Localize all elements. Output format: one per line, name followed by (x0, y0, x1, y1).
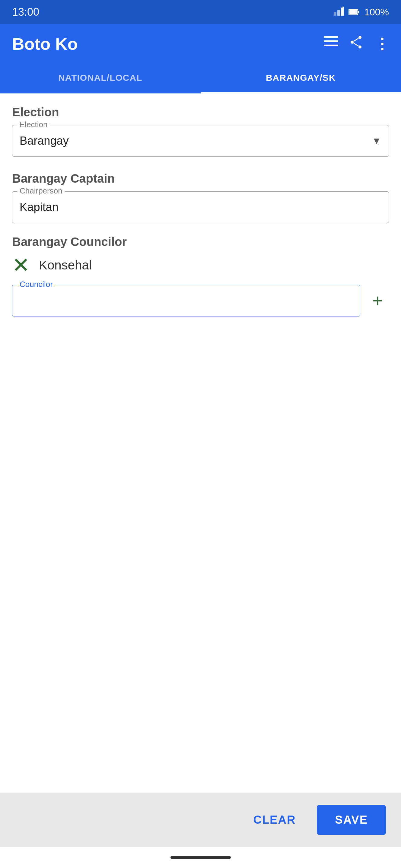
list-icon[interactable] (324, 36, 338, 51)
svg-point-10 (359, 36, 362, 39)
barangay-captain-title: Barangay Captain (12, 172, 389, 185)
status-bar: 13:00 100% (0, 0, 401, 24)
main-content: Election Election Barangay ▼ Barangay Ca… (0, 93, 401, 561)
councilor-item: ✕ Konsehal (12, 255, 389, 276)
election-dropdown[interactable]: Election Barangay ▼ (12, 125, 389, 157)
election-title: Election (12, 105, 389, 119)
battery-icon (348, 7, 360, 18)
svg-rect-5 (349, 10, 357, 14)
barangay-councilor-section: Barangay Councilor ✕ Konsehal Councilor … (12, 235, 389, 316)
svg-marker-2 (341, 7, 344, 16)
status-icons: 100% (333, 7, 389, 18)
dropdown-arrow-icon: ▼ (372, 135, 381, 147)
tabs: NATIONAL/LOCAL BARANGAY/SK (0, 63, 401, 93)
councilor-input-wrapper: Councilor (12, 285, 360, 316)
clear-button[interactable]: CLEAR (241, 806, 308, 834)
nav-indicator (170, 856, 231, 859)
tab-barangay-sk[interactable]: BARANGAY/SK (201, 63, 401, 93)
svg-marker-0 (334, 12, 337, 16)
election-value[interactable]: Barangay ▼ (20, 131, 381, 150)
barangay-captain-section: Barangay Captain Chairperson Kapitan (12, 172, 389, 223)
svg-rect-9 (324, 44, 338, 46)
signal-icon (333, 7, 344, 18)
election-field-label: Election (17, 120, 50, 129)
remove-councilor-icon[interactable]: ✕ (12, 255, 30, 276)
save-button[interactable]: SAVE (317, 805, 386, 835)
more-icon[interactable]: ⋮ (374, 35, 389, 53)
app-bar-actions: ⋮ (324, 35, 389, 53)
chairperson-field-label: Chairperson (17, 186, 65, 195)
councilor-name: Konsehal (39, 258, 92, 273)
battery-percentage: 100% (364, 7, 389, 18)
svg-rect-8 (324, 40, 338, 42)
app-title: Boto Ko (12, 34, 78, 54)
svg-marker-1 (337, 10, 340, 16)
app-bar: Boto Ko ⋮ (0, 24, 401, 63)
tab-national-local[interactable]: NATIONAL/LOCAL (0, 63, 201, 93)
nav-bar (0, 847, 401, 868)
svg-point-11 (359, 45, 362, 49)
councilor-input-label: Councilor (17, 280, 55, 289)
councilor-input[interactable] (20, 291, 353, 310)
barangay-councilor-title: Barangay Councilor (12, 235, 389, 249)
svg-rect-7 (324, 36, 338, 38)
chairperson-value: Kapitan (20, 198, 381, 217)
chairperson-field[interactable]: Chairperson Kapitan (12, 191, 389, 223)
share-icon[interactable] (350, 36, 362, 52)
councilor-input-row: Councilor + (12, 285, 389, 316)
svg-line-13 (354, 38, 359, 41)
status-time: 13:00 (12, 6, 39, 19)
bottom-bar: CLEAR SAVE (0, 793, 401, 847)
add-councilor-button[interactable]: + (366, 289, 389, 313)
spacer (0, 561, 401, 793)
svg-rect-6 (358, 11, 359, 13)
svg-point-12 (351, 41, 354, 44)
election-section: Election Election Barangay ▼ (12, 105, 389, 157)
svg-line-14 (354, 43, 359, 46)
